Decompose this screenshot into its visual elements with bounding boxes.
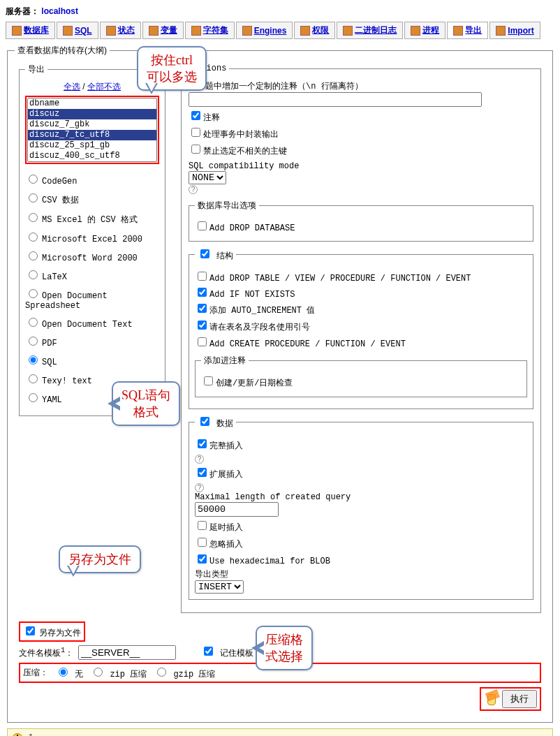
callout-compression: 压缩格式选择: [256, 626, 313, 670]
extended-insert-label[interactable]: 扩展插入: [209, 470, 243, 480]
drop-table-checkbox[interactable]: [198, 272, 207, 281]
server-label: 服务器：: [6, 6, 39, 16]
add-comments-legend: 添加进注释: [201, 355, 249, 367]
create-proc-label[interactable]: Add CREATE PROCEDURE / FUNCTION / EVENT: [209, 339, 406, 349]
format-radio[interactable]: [29, 213, 38, 222]
select-none-link[interactable]: 全部不选: [87, 82, 121, 91]
create-proc-checkbox[interactable]: [198, 337, 207, 346]
tab-engines[interactable]: Engines: [236, 22, 293, 39]
transaction-label[interactable]: 处理事务中封装输出: [203, 130, 279, 140]
tab-权限[interactable]: 权限: [294, 22, 335, 39]
format-radio[interactable]: [29, 193, 38, 203]
disable-fk-checkbox[interactable]: [191, 145, 200, 154]
auto-inc-label[interactable]: 添加 AUTO_INCREMENT 值: [209, 306, 315, 316]
database-select[interactable]: dbnamediscuzdiscuz_7_gbkdiscuz_7_tc_utf8…: [27, 98, 157, 162]
execute-button[interactable]: 执行: [502, 690, 537, 708]
delayed-insert-label[interactable]: 延时插入: [209, 523, 243, 533]
if-not-exists-label[interactable]: Add IF NOT EXISTS: [209, 290, 295, 300]
format-option[interactable]: Open Document Spreadsheet: [25, 287, 159, 311]
file-template-label: 文件名模板1：: [19, 649, 73, 658]
sql-compat-label: SQL compatibility mode: [189, 161, 533, 171]
format-radio[interactable]: [29, 233, 38, 242]
select-all-link[interactable]: 全选: [64, 82, 80, 91]
drop-table-label[interactable]: Add DROP TABLE / VIEW / PROCEDURE / FUNC…: [209, 274, 471, 284]
format-radio[interactable]: [29, 393, 38, 402]
format-option[interactable]: Microsoft Word 2000: [25, 249, 159, 263]
dates-checkbox[interactable]: [204, 376, 213, 385]
format-radio[interactable]: [29, 175, 38, 184]
drop-db-checkbox[interactable]: [198, 221, 207, 230]
backquotes-label[interactable]: 请在表名及字段名使用引号: [209, 323, 310, 332]
ignore-insert-label[interactable]: 忽略插入: [209, 540, 243, 550]
format-list: CodeGenCSV 数据MS Excel 的 CSV 格式Microsoft …: [25, 172, 159, 405]
add-comments-fieldset: 添加进注释 创建/更新/日期检查: [195, 355, 527, 397]
drop-db-label[interactable]: Add DROP DATABASE: [209, 223, 295, 233]
file-template-input[interactable]: [78, 645, 176, 660]
comment-input[interactable]: [189, 92, 482, 107]
transaction-checkbox[interactable]: [191, 128, 200, 137]
compress-zip-radio[interactable]: [94, 668, 103, 677]
format-option[interactable]: PDF: [25, 334, 159, 348]
tab-数据库[interactable]: 数据库: [6, 22, 55, 39]
tab-进程[interactable]: 进程: [404, 22, 445, 39]
hex-blob-checkbox[interactable]: [198, 554, 207, 564]
export-type-select[interactable]: INSERT: [195, 580, 244, 594]
format-radio[interactable]: [29, 289, 38, 298]
structure-enable-checkbox[interactable]: [200, 249, 209, 258]
tab-字符集[interactable]: 字符集: [185, 22, 235, 39]
compress-gzip-radio[interactable]: [157, 668, 166, 677]
tab-变量[interactable]: 变量: [142, 22, 184, 39]
auto-inc-checkbox[interactable]: [198, 304, 207, 313]
max-len-input[interactable]: [195, 502, 279, 517]
main-fieldset: 查看数据库的转存(大纲) 导出 全选 / 全部不选 dbnamediscuzdi…: [7, 45, 553, 723]
data-legend: 数据: [195, 415, 236, 429]
structure-legend: 结构: [195, 247, 236, 262]
tab-sql[interactable]: SQL: [57, 22, 98, 39]
data-enable-checkbox[interactable]: [200, 417, 209, 426]
format-radio[interactable]: [29, 337, 38, 346]
help-icon[interactable]: ?: [189, 185, 198, 194]
server-host: localhost: [41, 6, 78, 16]
delayed-insert-checkbox[interactable]: [198, 521, 207, 530]
compress-none-radio[interactable]: [59, 668, 68, 677]
hex-blob-label[interactable]: Use hexadecimal for BLOB: [209, 557, 330, 566]
structure-fieldset: 结构 Add DROP TABLE / VIEW / PROCEDURE / F…: [189, 247, 533, 409]
tab-导出[interactable]: 导出: [447, 22, 488, 39]
options-fieldset: Options 在标题中增加一个定制的注释（\n 行隔离符） 注释 处理事务中封…: [181, 64, 541, 613]
format-option[interactable]: MS Excel 的 CSV 格式: [25, 211, 159, 226]
format-option[interactable]: CSV 数据: [25, 191, 159, 206]
save-as-file-checkbox[interactable]: [26, 626, 35, 635]
backquotes-checkbox[interactable]: [198, 321, 207, 330]
comments-checkbox[interactable]: [191, 111, 200, 120]
disable-fk-label[interactable]: 禁止选定不相关的主键: [203, 147, 287, 156]
cursor-click-icon: [484, 691, 499, 707]
format-radio[interactable]: [29, 355, 38, 365]
save-as-file-label[interactable]: 另存为文件: [39, 628, 81, 638]
remember-template-checkbox[interactable]: [204, 647, 213, 656]
dates-label[interactable]: 创建/更新/日期检查: [216, 378, 293, 388]
format-radio[interactable]: [29, 318, 38, 327]
comments-label[interactable]: 注释: [203, 113, 220, 123]
comment-label: 在标题中增加一个定制的注释（\n 行隔离符）: [189, 80, 533, 92]
if-not-exists-checkbox[interactable]: [198, 288, 207, 297]
format-radio[interactable]: [29, 374, 38, 383]
sql-compat-select[interactable]: NONE: [189, 171, 226, 184]
help-icon[interactable]: ?: [195, 455, 204, 464]
format-radio[interactable]: [29, 270, 38, 279]
tab-二进制日志[interactable]: 二进制日志: [337, 22, 403, 39]
help-icon[interactable]: ?: [195, 483, 204, 492]
tab-import[interactable]: Import: [489, 22, 540, 39]
format-radio[interactable]: [29, 251, 38, 260]
extended-insert-checkbox[interactable]: [198, 468, 207, 477]
callout-ctrl: 按住ctrl可以多选: [137, 46, 207, 91]
complete-insert-checkbox[interactable]: [198, 439, 207, 448]
tab-状态[interactable]: 状态: [100, 22, 141, 39]
tab-bar: 数据库SQL状态变量字符集Engines权限二进制日志进程导出Import: [6, 22, 554, 39]
format-option[interactable]: CodeGen: [25, 172, 159, 186]
format-option[interactable]: LaTeX: [25, 268, 159, 282]
format-option[interactable]: SQL: [25, 353, 159, 367]
format-option[interactable]: Microsoft Excel 2000: [25, 230, 159, 244]
complete-insert-label[interactable]: 完整插入: [209, 441, 243, 451]
format-option[interactable]: Open Document Text: [25, 316, 159, 330]
ignore-insert-checkbox[interactable]: [198, 538, 207, 547]
